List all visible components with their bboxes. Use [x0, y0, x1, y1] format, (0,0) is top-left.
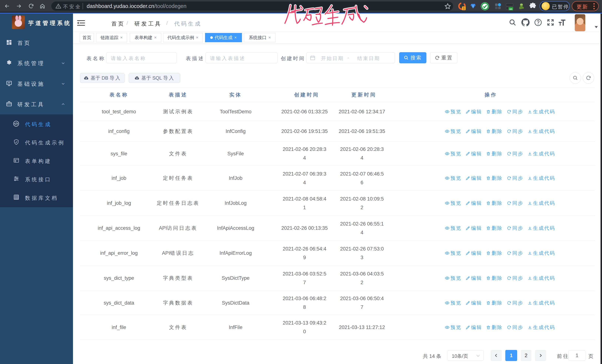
svg-text:on: on: [509, 8, 512, 10]
svg-text:1: 1: [463, 7, 464, 10]
